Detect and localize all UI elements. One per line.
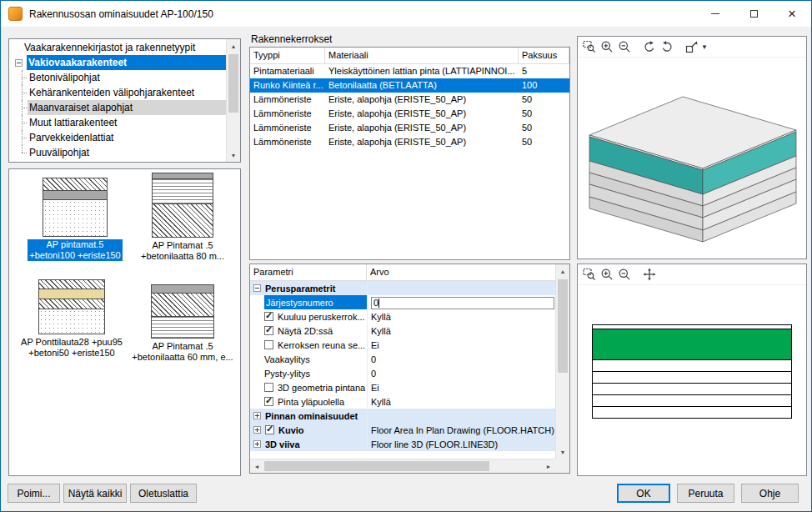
ohje-button[interactable]: Ohje xyxy=(741,484,799,503)
column-header-paksuus[interactable]: Paksuus xyxy=(519,48,569,63)
oletuslattia-button[interactable]: Oletuslattia xyxy=(130,484,197,503)
layer-row[interactable]: Lämmöneriste Eriste, alapohja (ERISTE_50… xyxy=(250,121,569,135)
scrollbar-thumb[interactable] xyxy=(264,461,489,471)
tree-item-keharankenteiden[interactable]: Kehärankenteiden välipohjarakenteet xyxy=(9,85,226,100)
section-layer xyxy=(592,359,792,372)
param-group-3d-viiva[interactable]: 3D viiva Floor line 3D (FLOOR.LINE3D) xyxy=(250,437,555,451)
structure-type-gallery: AP pintamat.5 +betoni100 +eriste150 AP P… xyxy=(8,168,241,476)
tree-item-parvekkeidenlattiat[interactable]: Parvekkeidenlattiat xyxy=(9,130,226,145)
chevron-down-icon[interactable]: ▼ xyxy=(701,43,708,51)
zoom-window-icon[interactable] xyxy=(580,38,598,56)
layer-row-selected[interactable]: Runko Kiinteä r... Betonilaatta (BETLAAT… xyxy=(250,78,569,93)
param-row-jarjestysnumero[interactable]: Järjestysnumero 0 xyxy=(250,295,555,309)
gallery-item-ap-ponttilauta[interactable]: AP Ponttilauta28 +puu95 +betoni50 +erist… xyxy=(16,279,128,359)
tree-item-puuvalipohjat[interactable]: Puuvälipohjat xyxy=(9,145,226,160)
checkbox-unchecked-icon[interactable] xyxy=(264,340,273,349)
zoom-in-icon[interactable] xyxy=(598,266,615,284)
layers-table-header: Tyyppi Materiaali Paksuus xyxy=(250,48,569,64)
nayta-kaikki-button[interactable]: Näytä kaikki xyxy=(63,484,127,503)
scroll-up-icon[interactable]: ▲ xyxy=(556,264,569,278)
scroll-right-icon[interactable]: ► xyxy=(542,459,555,473)
param-row-vaakaylitys[interactable]: Vaakaylitys 0 xyxy=(250,352,555,366)
tree-collapse-icon[interactable] xyxy=(15,59,23,67)
zoom-out-icon[interactable] xyxy=(615,266,633,284)
window-title: Rakennusosan ominaisuudet AP-100/150 xyxy=(29,8,213,20)
scrollbar-thumb[interactable] xyxy=(228,54,238,113)
layer-row[interactable]: Lämmöneriste Eriste, alapohja (ERISTE_50… xyxy=(250,93,569,107)
column-header-arvo[interactable]: Arvo xyxy=(367,264,393,280)
tree-branch-line xyxy=(18,145,28,160)
section-layer xyxy=(592,383,792,395)
param-row-pysty-ylitys[interactable]: Pysty-ylitys 0 xyxy=(250,366,555,380)
tree-branch-line xyxy=(18,100,28,115)
ok-button[interactable]: OK xyxy=(617,484,670,503)
checkbox-checked-icon[interactable] xyxy=(264,397,273,406)
title-bar[interactable]: Rakennusosan ominaisuudet AP-100/150 × xyxy=(1,1,811,27)
structure-thumbnail xyxy=(43,178,108,237)
gallery-item-label: AP Pintamat .5 +betonilaatta 60 mm, e... xyxy=(132,341,233,363)
param-row-kerroksen-reuna[interactable]: Kerroksen reuna se... Ei xyxy=(250,338,555,352)
scroll-left-icon[interactable]: ◄ xyxy=(250,459,263,473)
tree-item-maanvaraiset-alapohjat[interactable]: Maanvaraiset alapohjat xyxy=(9,100,226,115)
poimi-button[interactable]: Poimi... xyxy=(8,484,60,503)
column-header-materiaali[interactable]: Materiaali xyxy=(325,48,519,63)
layer-row[interactable]: Lämmöneriste Eriste, alapohja (ERISTE_50… xyxy=(250,107,569,121)
tree-branch-line xyxy=(18,85,28,100)
section-layer xyxy=(592,406,792,419)
app-icon xyxy=(8,7,23,21)
zoom-in-icon[interactable] xyxy=(598,38,615,56)
text-caret xyxy=(378,299,379,308)
checkbox-checked-icon[interactable] xyxy=(264,312,273,321)
structure-thumbnail xyxy=(151,284,214,339)
tree-item-library-root[interactable]: Vaakarakennekirjastot ja rakennetyypit xyxy=(9,40,226,55)
tree-vertical-scrollbar[interactable]: ▲ ▼ xyxy=(226,39,240,162)
param-group-perusparametrit[interactable]: Perusparametrit xyxy=(250,281,555,295)
minimize-button[interactable] xyxy=(696,1,734,27)
structure-thumbnail xyxy=(38,279,105,334)
param-row-pinta-ylapuolella[interactable]: Pinta yläpuolella Kyllä xyxy=(250,394,555,409)
tree-item-vakiovaakarakenteet[interactable]: Vakiovaakarakenteet xyxy=(9,55,226,70)
gallery-item-ap-pintamat-betoni100[interactable]: AP pintamat.5 +betoni100 +eriste150 xyxy=(24,178,126,261)
gallery-item-ap-pintamat-betonilaatta60[interactable]: AP Pintamat .5 +betonilaatta 60 mm, e... xyxy=(129,284,236,363)
param-group-pinnan-ominaisuudet[interactable]: Pinnan ominaisuudet xyxy=(250,409,555,423)
scroll-down-icon[interactable]: ▼ xyxy=(227,148,240,162)
param-row-kuuluu-peruskerrokseen[interactable]: Kuuluu peruskerrok... Kyllä xyxy=(250,309,555,324)
section-2d-preview[interactable] xyxy=(592,324,792,419)
expand-icon[interactable] xyxy=(253,440,261,448)
peruuta-button[interactable]: Peruuta xyxy=(677,484,734,503)
view-preset-icon[interactable] xyxy=(683,38,700,56)
rotate-cw-icon[interactable] xyxy=(658,38,675,56)
layer-row[interactable]: Lämmöneriste Eriste, alapohja (ERISTE_50… xyxy=(250,135,569,149)
parameters-vertical-scrollbar[interactable]: ▲ ▼ xyxy=(555,264,569,459)
zoom-out-icon[interactable] xyxy=(615,38,633,56)
tree-branch-line xyxy=(18,115,28,130)
zoom-window-icon[interactable] xyxy=(580,266,598,284)
param-row-nayta-2d[interactable]: Näytä 2D:ssä Kyllä xyxy=(250,324,555,338)
scroll-up-icon[interactable]: ▲ xyxy=(227,39,240,53)
column-header-parametri[interactable]: Parametri xyxy=(250,264,367,280)
slab-3d-preview[interactable] xyxy=(578,58,808,260)
scroll-down-icon[interactable]: ▼ xyxy=(556,445,569,459)
tree-item-muut-lattiarakenteet[interactable]: Muut lattiarakenteet xyxy=(9,115,226,130)
pan-icon[interactable] xyxy=(640,266,658,284)
scrollbar-thumb[interactable] xyxy=(558,279,568,373)
parameters-horizontal-scrollbar[interactable]: ◄ ► xyxy=(250,459,555,473)
expand-icon[interactable] xyxy=(253,412,261,419)
expand-icon[interactable] xyxy=(253,426,261,434)
gallery-item-ap-pintamat-betonilaatta80[interactable]: AP Pintamat .5 +betonilaatta 80 m... xyxy=(131,173,234,262)
checkbox-unchecked-icon[interactable] xyxy=(264,383,273,392)
checkbox-checked-icon[interactable] xyxy=(265,425,274,434)
tree-item-betonivalipohjat[interactable]: Betonivälipohjat xyxy=(9,70,226,85)
column-header-tyyppi[interactable]: Tyyppi xyxy=(250,48,325,63)
section-layer xyxy=(592,394,792,407)
jarjestysnumero-input[interactable]: 0 xyxy=(371,297,554,309)
maximize-button[interactable] xyxy=(734,1,773,27)
close-button[interactable]: × xyxy=(773,1,811,27)
param-row-3d-geometria[interactable]: 3D geometria pintana Ei xyxy=(250,380,555,394)
param-group-kuvio[interactable]: Kuvio Floor Area In Plan Drawing (FLOOR.… xyxy=(250,423,555,437)
checkbox-checked-icon[interactable] xyxy=(264,326,273,335)
layer-row[interactable]: Pintamateriaali Yleiskäyttöinen lattian … xyxy=(250,64,569,78)
tree-branch-line xyxy=(18,130,28,145)
rotate-ccw-icon[interactable] xyxy=(640,38,658,56)
collapse-icon[interactable] xyxy=(253,284,261,292)
